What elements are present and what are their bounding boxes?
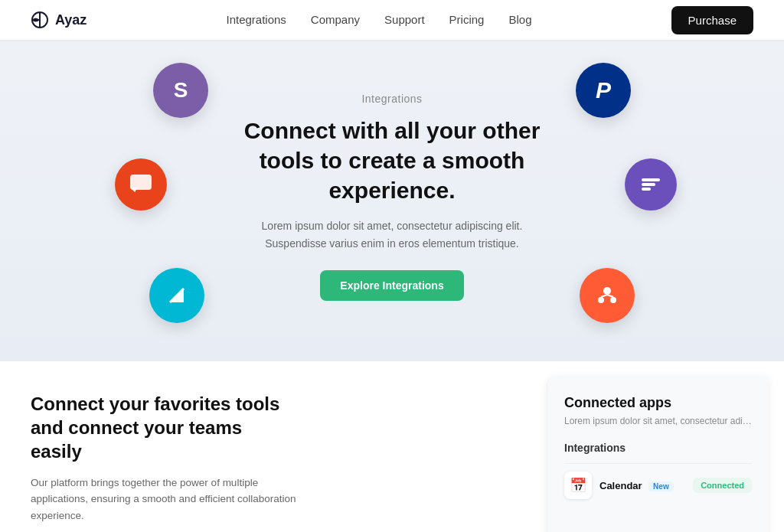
icon-chat xyxy=(115,158,167,211)
bottom-left-content: Connect your favorites tools and connect… xyxy=(0,361,547,532)
calendar-icon: 📅 xyxy=(564,472,592,499)
app-info: Calendar New xyxy=(599,478,685,492)
icon-paypal: P xyxy=(576,63,631,118)
logo-icon xyxy=(31,11,49,29)
svg-line-12 xyxy=(601,295,607,297)
app-name: Calendar xyxy=(599,480,642,491)
svg-point-8 xyxy=(603,287,611,295)
svg-line-11 xyxy=(607,295,613,297)
nav-blog[interactable]: Blog xyxy=(508,13,531,26)
hero-title: Connect with all your other tools to cre… xyxy=(231,116,553,205)
purchase-button[interactable]: Purchase xyxy=(671,6,753,34)
bottom-title: Connect your favorites tools and connect… xyxy=(31,392,291,464)
nav-links: Integrations Company Support Pricing Blo… xyxy=(226,13,531,27)
logo[interactable]: Ayaz xyxy=(31,11,87,29)
integrations-section: S P Integrations Connect with xyxy=(0,40,784,361)
svg-rect-3 xyxy=(642,178,660,181)
badge-connected: Connected xyxy=(693,478,752,493)
nav-support[interactable]: Support xyxy=(384,13,425,26)
nav-pricing[interactable]: Pricing xyxy=(449,13,485,26)
svg-rect-5 xyxy=(642,188,651,191)
icon-stripe: S xyxy=(153,63,208,118)
icon-hubspot xyxy=(580,268,635,323)
bottom-description: Our platform brings together the power o… xyxy=(31,475,306,524)
icon-wise xyxy=(149,268,204,323)
svg-rect-4 xyxy=(642,183,655,186)
svg-point-9 xyxy=(610,297,616,303)
logo-text: Ayaz xyxy=(55,12,87,28)
navbar: Ayaz Integrations Company Support Pricin… xyxy=(0,0,784,40)
bottom-section: Connect your favorites tools and connect… xyxy=(0,361,784,532)
panel-title: Connected apps xyxy=(564,395,752,411)
connected-apps-panel: Connected apps Lorem ipsum dolor sit ame… xyxy=(547,377,769,532)
app-row-calendar: 📅 Calendar New Connected xyxy=(564,463,752,507)
hero-description: Lorem ipsum dolor sit amet, consectetur … xyxy=(231,217,553,252)
nav-company[interactable]: Company xyxy=(311,13,360,26)
hero-content: Integrations Connect with all your other… xyxy=(231,93,553,301)
nav-integrations[interactable]: Integrations xyxy=(226,13,286,26)
panel-description: Lorem ipsum dolor sit amet, consectetur … xyxy=(564,416,752,426)
explore-integrations-button[interactable]: Explore Integrations xyxy=(320,270,463,301)
svg-point-10 xyxy=(598,297,604,303)
icon-bars xyxy=(625,158,677,211)
hero-eyebrow: Integrations xyxy=(231,93,553,105)
app-badge-new: New xyxy=(648,481,674,491)
panel-section-label: Integrations xyxy=(564,442,752,454)
